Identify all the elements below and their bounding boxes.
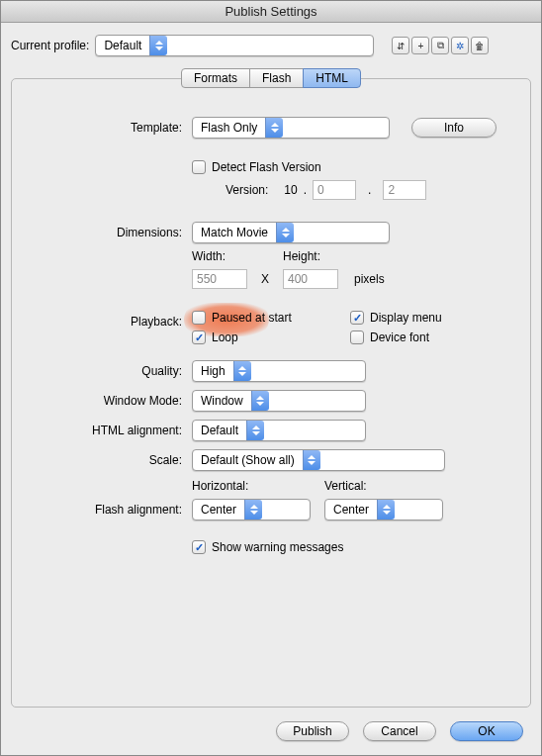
chevron-updown-icon bbox=[276, 223, 294, 242]
warning-row: Show warning messages bbox=[26, 540, 516, 554]
chevron-updown-icon bbox=[377, 500, 395, 520]
tab-formats-label: Formats bbox=[194, 71, 237, 85]
height-input[interactable]: 400 bbox=[283, 269, 338, 289]
paused-checkbox[interactable] bbox=[192, 311, 206, 325]
window-mode-row: Window Mode: Window bbox=[26, 390, 516, 412]
add-profile-button[interactable]: + bbox=[411, 37, 429, 54]
width-input[interactable]: 550 bbox=[192, 269, 247, 289]
dimensions-label: Dimensions: bbox=[26, 222, 192, 239]
import-export-button[interactable]: ⇵ bbox=[392, 37, 409, 54]
scale-value: Default (Show all) bbox=[193, 450, 303, 470]
version-rev-input[interactable]: 2 bbox=[383, 180, 426, 200]
delete-icon: 🗑 bbox=[475, 41, 485, 51]
loop-checkbox[interactable] bbox=[192, 331, 206, 344]
chevron-updown-icon bbox=[246, 421, 264, 440]
window-mode-value: Window bbox=[193, 391, 251, 411]
titlebar: Publish Settings bbox=[1, 1, 541, 23]
detect-flash-checkbox[interactable] bbox=[192, 160, 206, 174]
show-warning-label: Show warning messages bbox=[212, 540, 343, 554]
playback-label: Playback: bbox=[26, 311, 192, 329]
tab-flash-label: Flash bbox=[262, 71, 291, 85]
publish-button[interactable]: Publish bbox=[276, 721, 349, 741]
info-label: Info bbox=[444, 121, 464, 135]
chevron-updown-icon bbox=[303, 450, 320, 470]
ok-label: OK bbox=[478, 724, 495, 738]
playback-row: Playback: Paused at start Display menu bbox=[26, 311, 516, 344]
publish-label: Publish bbox=[293, 724, 331, 738]
display-menu-label: Display menu bbox=[370, 311, 442, 325]
version-major: 10 bbox=[284, 183, 297, 197]
template-row: Template: Flash Only Info Detect Flash V… bbox=[26, 117, 516, 200]
template-label: Template: bbox=[26, 117, 192, 135]
chevron-updown-icon bbox=[251, 391, 269, 411]
scale-select[interactable]: Default (Show all) bbox=[192, 449, 445, 471]
flash-alignment-label: Flash alignment: bbox=[26, 479, 192, 517]
version-minor-input[interactable]: 0 bbox=[313, 180, 356, 200]
info-button[interactable]: Info bbox=[411, 118, 497, 138]
window-title: Publish Settings bbox=[225, 4, 316, 19]
footer: Publish Cancel OK bbox=[1, 708, 541, 755]
template-value: Flash Only bbox=[193, 118, 265, 138]
dimensions-select[interactable]: Match Movie bbox=[192, 222, 390, 243]
dimensions-row: Dimensions: Match Movie Width: Height: 5… bbox=[26, 222, 516, 289]
device-font-checkbox[interactable] bbox=[350, 331, 364, 344]
html-alignment-label: HTML alignment: bbox=[26, 420, 192, 437]
html-alignment-row: HTML alignment: Default bbox=[26, 420, 516, 441]
show-warning-checkbox[interactable] bbox=[192, 540, 206, 554]
chevron-updown-icon bbox=[244, 500, 262, 520]
tab-formats[interactable]: Formats bbox=[181, 68, 250, 88]
tab-flash[interactable]: Flash bbox=[249, 68, 304, 88]
cancel-label: Cancel bbox=[381, 724, 417, 738]
quality-select[interactable]: High bbox=[192, 360, 366, 382]
flash-vertical-select[interactable]: Center bbox=[324, 499, 443, 520]
cancel-button[interactable]: Cancel bbox=[363, 721, 436, 741]
tab-html[interactable]: HTML bbox=[303, 68, 361, 88]
version-label: Version: bbox=[226, 183, 268, 197]
rename-icon: ✲ bbox=[456, 41, 464, 51]
html-panel: Template: Flash Only Info Detect Flash V… bbox=[11, 78, 531, 708]
loop-label: Loop bbox=[212, 331, 238, 344]
flash-vertical-value: Center bbox=[325, 500, 377, 520]
profile-properties-button[interactable]: ✲ bbox=[451, 37, 469, 54]
html-alignment-select[interactable]: Default bbox=[192, 420, 366, 441]
tab-html-label: HTML bbox=[316, 71, 348, 85]
flash-alignment-row: Flash alignment: Horizontal: Vertical: C… bbox=[26, 479, 516, 520]
scale-label: Scale: bbox=[26, 449, 192, 467]
version-row: Version: 10 . 0 . 2 bbox=[192, 180, 516, 200]
tabbar: Formats Flash HTML bbox=[1, 68, 541, 88]
window-mode-label: Window Mode: bbox=[26, 390, 192, 408]
chevron-updown-icon bbox=[265, 118, 283, 138]
profile-label: Current profile: bbox=[11, 39, 89, 52]
horizontal-label: Horizontal: bbox=[192, 479, 324, 493]
window-mode-select[interactable]: Window bbox=[192, 390, 366, 412]
import-export-icon: ⇵ bbox=[397, 41, 405, 51]
scale-row: Scale: Default (Show all) bbox=[26, 449, 516, 471]
dimensions-value: Match Movie bbox=[193, 223, 276, 242]
plus-icon: + bbox=[417, 41, 423, 51]
duplicate-profile-button[interactable]: ⧉ bbox=[431, 37, 449, 54]
chevron-updown-icon bbox=[233, 361, 251, 381]
width-label: Width: bbox=[192, 249, 257, 263]
quality-label: Quality: bbox=[26, 360, 192, 378]
delete-profile-button[interactable]: 🗑 bbox=[471, 37, 489, 54]
display-menu-checkbox[interactable] bbox=[350, 311, 364, 325]
profile-select[interactable]: Default bbox=[95, 35, 374, 56]
template-select[interactable]: Flash Only bbox=[192, 117, 390, 139]
profile-toolbar: ⇵ + ⧉ ✲ 🗑 bbox=[392, 37, 489, 54]
quality-row: Quality: High bbox=[26, 360, 516, 382]
height-label: Height: bbox=[283, 249, 320, 263]
device-font-label: Device font bbox=[370, 331, 429, 344]
publish-settings-window: Publish Settings Current profile: Defaul… bbox=[0, 0, 542, 756]
ok-button[interactable]: OK bbox=[450, 721, 523, 741]
duplicate-icon: ⧉ bbox=[437, 40, 444, 51]
detect-flash-label: Detect Flash Version bbox=[212, 160, 321, 174]
chevron-updown-icon bbox=[149, 36, 167, 55]
flash-horizontal-select[interactable]: Center bbox=[192, 499, 311, 520]
html-alignment-value: Default bbox=[193, 421, 246, 440]
profile-value: Default bbox=[96, 36, 149, 55]
quality-value: High bbox=[193, 361, 233, 381]
pixels-label: pixels bbox=[354, 272, 385, 286]
paused-label: Paused at start bbox=[212, 311, 292, 325]
flash-horizontal-value: Center bbox=[193, 500, 244, 520]
vertical-label: Vertical: bbox=[324, 479, 367, 493]
